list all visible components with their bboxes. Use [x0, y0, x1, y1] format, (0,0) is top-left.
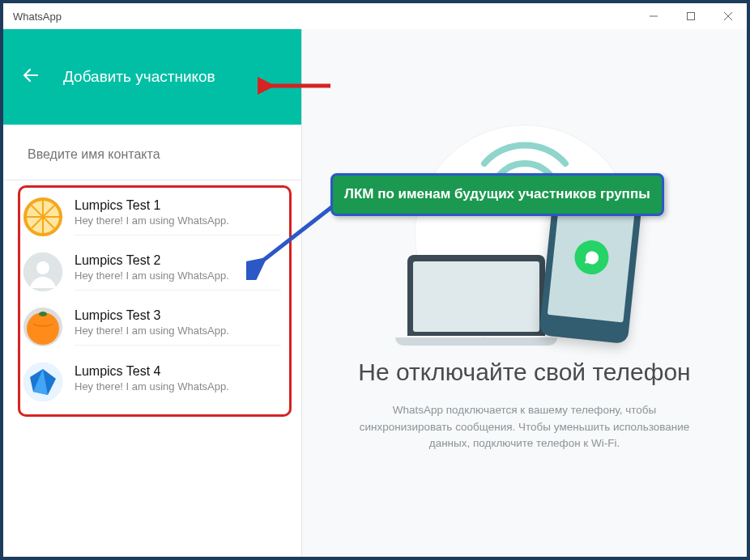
orange-whole-icon [23, 308, 62, 346]
sidebar: Добавить участников Lumpics Test 1 [3, 29, 301, 557]
contact-text: Lumpics Test 3 Hey there! I am using Wha… [75, 308, 281, 346]
contact-row[interactable]: Lumpics Test 3 Hey there! I am using Wha… [20, 299, 289, 354]
maximize-icon [686, 11, 696, 21]
svg-point-13 [39, 312, 47, 316]
avatar [23, 308, 62, 346]
orange-slice-icon [23, 197, 62, 236]
contact-row[interactable]: Lumpics Test 4 Hey there! I am using Wha… [20, 354, 289, 409]
contact-name: Lumpics Test 4 [75, 364, 281, 379]
avatar [23, 252, 62, 291]
hero-illustration [387, 117, 663, 336]
svg-point-11 [36, 261, 49, 274]
window-controls [635, 3, 747, 29]
contact-text: Lumpics Test 4 Hey there! I am using Wha… [75, 364, 281, 401]
contact-name: Lumpics Test 3 [75, 308, 281, 323]
close-icon [723, 11, 733, 21]
content: Добавить участников Lumpics Test 1 [3, 29, 747, 557]
blue-gem-icon [23, 363, 62, 401]
minimize-icon [649, 11, 658, 21]
default-avatar-icon [23, 252, 62, 291]
app-window: WhatsApp Добавить участников [0, 0, 750, 560]
avatar [23, 197, 62, 236]
close-button[interactable] [710, 3, 747, 29]
main-panel: Не отключайте свой телефон WhatsApp подк… [301, 29, 747, 557]
back-button[interactable] [21, 66, 40, 88]
annotation-callout: ЛКМ по именам будущих участников группы [330, 173, 664, 216]
annotation-red-arrow [258, 70, 339, 102]
svg-point-12 [27, 312, 59, 345]
whatsapp-logo-icon [573, 238, 610, 275]
svg-line-18 [261, 206, 334, 262]
maximize-button[interactable] [672, 3, 710, 29]
search-input[interactable] [3, 131, 301, 173]
titlebar: WhatsApp [3, 3, 747, 29]
sidebar-header: Добавить участников [3, 29, 301, 125]
window-title: WhatsApp [3, 11, 62, 23]
minimize-button[interactable] [635, 3, 672, 29]
svg-rect-1 [688, 13, 695, 20]
contact-status: Hey there! I am using WhatsApp. [75, 380, 281, 392]
main-title: Не отключайте свой телефон [358, 358, 690, 386]
main-subtitle: WhatsApp подключается к вашему телефону,… [351, 402, 699, 453]
search-container [3, 125, 301, 180]
arrow-left-icon [21, 66, 40, 85]
laptop-icon [395, 255, 557, 352]
sidebar-title: Добавить участников [63, 68, 215, 86]
annotation-blue-arrow [246, 191, 343, 280]
avatar [23, 363, 62, 401]
contact-status: Hey there! I am using WhatsApp. [75, 325, 281, 337]
